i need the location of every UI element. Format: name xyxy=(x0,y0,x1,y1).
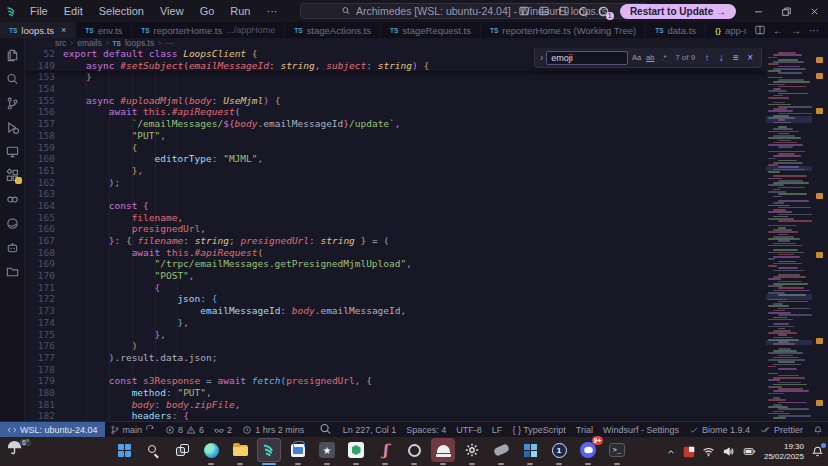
breadcrumb-src[interactable]: src xyxy=(55,38,66,48)
code-line-177[interactable]: 177 ).result.data.json; xyxy=(25,352,828,364)
tab-data-ts[interactable]: TSdata.ts xyxy=(646,22,706,38)
status-biome-status[interactable]: Biome 1.9.4 xyxy=(684,422,755,437)
tab-app-manifest-json[interactable]: {}app-manifest.json xyxy=(706,22,746,38)
tab-loops-ts[interactable]: TSloops.ts× xyxy=(0,22,76,38)
status-language-mode[interactable]: { } TypeScript xyxy=(507,422,570,437)
code-line-162[interactable]: 162 ); xyxy=(25,177,828,189)
code-line-154[interactable]: 154 xyxy=(25,83,828,95)
activity-open-folder-icon[interactable] xyxy=(0,259,25,283)
code-line-175[interactable]: 175 }, xyxy=(25,329,828,341)
code-line-174[interactable]: 174 }, xyxy=(25,317,828,329)
activity-live-share-icon[interactable] xyxy=(0,187,25,211)
code-line-166[interactable]: 166 presignedUrl, xyxy=(25,223,828,235)
status-indentation[interactable]: Spaces: 4 xyxy=(401,422,451,437)
status-notifications-bell[interactable] xyxy=(808,422,828,437)
navigate-back-icon[interactable]: ← xyxy=(770,23,786,37)
more-actions-icon[interactable]: ··· xyxy=(806,23,822,37)
code-line-160[interactable]: 160 editorType: "MJML", xyxy=(25,153,828,165)
hexagon-app[interactable] xyxy=(344,438,368,462)
menu-view[interactable]: View xyxy=(152,0,192,22)
find-in-selection-icon[interactable]: ≡ xyxy=(730,52,741,63)
start-button[interactable] xyxy=(112,438,136,462)
restore-button[interactable] xyxy=(772,0,800,22)
code-line-172[interactable]: 172 json: { xyxy=(25,293,828,305)
code-line-181[interactable]: 181 body: body.zipFile, xyxy=(25,399,828,411)
star-app[interactable]: ★ xyxy=(315,438,339,462)
windsurf-app[interactable] xyxy=(257,438,281,462)
tab-env-ts[interactable]: TSenv.ts xyxy=(76,22,132,38)
file-explorer[interactable] xyxy=(228,438,252,462)
tray-chevron-icon[interactable] xyxy=(666,447,676,457)
taskbar-search[interactable] xyxy=(141,438,165,462)
code-line-168[interactable]: 168 await this.#apiRequest( xyxy=(25,247,828,259)
status-time-tracker[interactable]: 1 hrs 2 mins xyxy=(237,422,309,437)
tray-app-icon[interactable] xyxy=(683,446,695,458)
tab-stageactions-ts[interactable]: TSstageActions.ts xyxy=(285,22,381,38)
status-screencast-zoom[interactable] xyxy=(313,422,338,437)
editor[interactable]: 52export default class LoopsClient {149 … xyxy=(25,48,828,421)
notification-bell-icon[interactable] xyxy=(811,445,824,458)
status-review-count[interactable]: 2 xyxy=(209,422,237,437)
code-line-164[interactable]: 164 const { xyxy=(25,200,828,212)
code-line-182[interactable]: 182 headers: { xyxy=(25,410,828,421)
menu-item[interactable]: ··· xyxy=(259,0,286,22)
discord-app[interactable]: 9+ xyxy=(576,438,600,462)
terminal-app[interactable]: >_ xyxy=(605,438,629,462)
overview-ruler[interactable] xyxy=(812,48,828,421)
code-line-156[interactable]: 156 await this.#apiRequest( xyxy=(25,106,828,118)
close-find-icon[interactable]: × xyxy=(745,52,756,63)
regex-icon[interactable]: .* xyxy=(659,53,670,62)
cascade-usage-icon[interactable] xyxy=(574,0,594,22)
code-line-157[interactable]: 157 `/emailMessages/${body.emailMessageI… xyxy=(25,118,828,130)
code-line-163[interactable]: 163 xyxy=(25,188,828,200)
close-tab-icon[interactable]: × xyxy=(61,25,66,35)
breadcrumb-emails[interactable]: emails xyxy=(77,38,102,48)
onepassword-app[interactable]: 1 xyxy=(547,438,571,462)
activity-source-control-icon[interactable] xyxy=(0,91,25,115)
status-git-branch[interactable]: main xyxy=(105,422,161,437)
find-input[interactable] xyxy=(546,51,628,65)
microsoft-store[interactable] xyxy=(286,438,310,462)
minimize-button[interactable] xyxy=(744,0,772,22)
whole-word-icon[interactable]: ab xyxy=(645,53,656,62)
activity-extensions-icon[interactable] xyxy=(0,163,25,187)
activity-remote-explorer-icon[interactable] xyxy=(0,139,25,163)
tab-stagerequest-ts[interactable]: TSstageRequest.ts xyxy=(381,22,481,38)
toggle-panel-icon[interactable] xyxy=(534,0,554,22)
code-line-178[interactable]: 178 xyxy=(25,364,828,376)
restart-to-update-button[interactable]: Restart to Update → xyxy=(620,4,736,19)
activity-browser-preview-icon[interactable] xyxy=(0,211,25,235)
code-line-171[interactable]: 171 { xyxy=(25,282,828,294)
profile-icon[interactable]: 1 xyxy=(594,0,614,22)
code-line-179[interactable]: 179 const s3Response = await fetch(presi… xyxy=(25,375,828,387)
close-button[interactable] xyxy=(800,0,828,22)
edge-browser[interactable] xyxy=(199,438,223,462)
code-line-161[interactable]: 161 }, xyxy=(25,165,828,177)
menu-go[interactable]: Go xyxy=(192,0,223,22)
activity-cascade-ai-icon[interactable] xyxy=(0,235,25,259)
tab-reporterhome-ts-working-tree[interactable]: TSreporterHome.ts (Working Tree) xyxy=(481,22,646,38)
wifi-icon[interactable] xyxy=(702,445,715,458)
volume-icon[interactable] xyxy=(722,445,735,458)
settings-app[interactable] xyxy=(460,438,484,462)
toggle-sidebar-icon[interactable] xyxy=(514,0,534,22)
code-line-180[interactable]: 180 method: "PUT", xyxy=(25,387,828,399)
code-line-170[interactable]: 170 "POST", xyxy=(25,270,828,282)
weather-widget[interactable]: 6° xyxy=(6,439,31,456)
capsule-app[interactable] xyxy=(489,438,513,462)
status-eol-sequence[interactable]: LF xyxy=(487,422,508,437)
minimap[interactable] xyxy=(766,48,812,421)
code-line-173[interactable]: 173 emailMessageId: body.emailMessageId, xyxy=(25,305,828,317)
photos-app[interactable] xyxy=(518,438,542,462)
code-line-165[interactable]: 165 filename, xyxy=(25,212,828,224)
status-problems[interactable]: 86 xyxy=(160,422,209,437)
activity-search-icon[interactable] xyxy=(0,67,25,91)
s-curve-app[interactable]: ʃ xyxy=(373,438,397,462)
menu-run[interactable]: Run xyxy=(222,0,258,22)
menu-file[interactable]: File xyxy=(22,0,56,22)
breadcrumb-loops-ts[interactable]: loops.ts xyxy=(125,38,154,48)
next-match-icon[interactable]: ↓ xyxy=(716,52,727,63)
breadcrumb-item[interactable]: ··· xyxy=(165,38,174,48)
tab-reporterhome-ts[interactable]: TSreporterHome.ts.../appHome xyxy=(132,22,285,38)
customize-layout-icon[interactable] xyxy=(554,0,574,22)
